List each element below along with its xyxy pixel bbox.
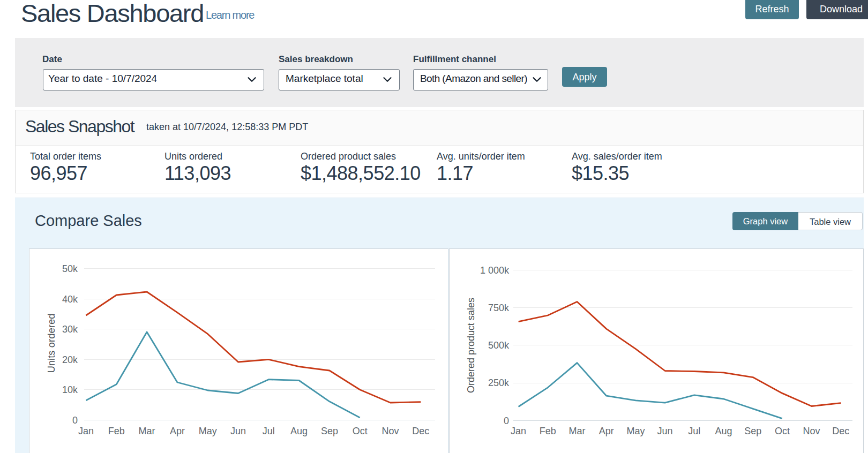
svg-text:May: May: [199, 426, 217, 436]
svg-text:Feb: Feb: [108, 426, 125, 436]
svg-text:40k: 40k: [62, 294, 78, 305]
svg-text:30k: 30k: [62, 324, 78, 335]
svg-text:Jan: Jan: [511, 426, 526, 436]
svg-text:10k: 10k: [62, 384, 78, 395]
svg-text:Nov: Nov: [803, 426, 820, 436]
svg-text:Mar: Mar: [569, 426, 586, 436]
svg-text:750k: 750k: [488, 303, 510, 313]
svg-text:50k: 50k: [62, 263, 78, 274]
svg-text:Apr: Apr: [599, 426, 614, 436]
svg-text:1 000k: 1 000k: [480, 265, 510, 276]
svg-text:Ordered product sales: Ordered product sales: [466, 298, 476, 393]
svg-text:Jul: Jul: [688, 426, 700, 436]
svg-text:250k: 250k: [488, 378, 510, 388]
svg-text:Jan: Jan: [78, 426, 94, 436]
svg-text:Aug: Aug: [290, 426, 308, 436]
svg-text:May: May: [626, 426, 645, 436]
svg-text:Oct: Oct: [353, 426, 368, 436]
svg-text:Sep: Sep: [744, 426, 761, 436]
svg-text:Oct: Oct: [775, 426, 790, 436]
svg-text:Sep: Sep: [321, 426, 338, 436]
svg-text:Jun: Jun: [657, 426, 673, 436]
svg-text:Jun: Jun: [230, 426, 246, 436]
svg-text:Apr: Apr: [170, 426, 185, 436]
svg-text:0: 0: [72, 415, 78, 426]
svg-text:Units ordered: Units ordered: [46, 313, 57, 373]
svg-text:20k: 20k: [62, 354, 78, 365]
svg-text:500k: 500k: [488, 340, 510, 351]
svg-text:Dec: Dec: [412, 426, 429, 436]
svg-text:Feb: Feb: [540, 426, 556, 436]
svg-text:Mar: Mar: [139, 426, 155, 436]
svg-text:Nov: Nov: [381, 426, 399, 436]
svg-text:Dec: Dec: [832, 426, 849, 436]
svg-text:Jul: Jul: [263, 426, 275, 436]
svg-text:Aug: Aug: [715, 426, 732, 436]
svg-text:0: 0: [504, 416, 509, 426]
